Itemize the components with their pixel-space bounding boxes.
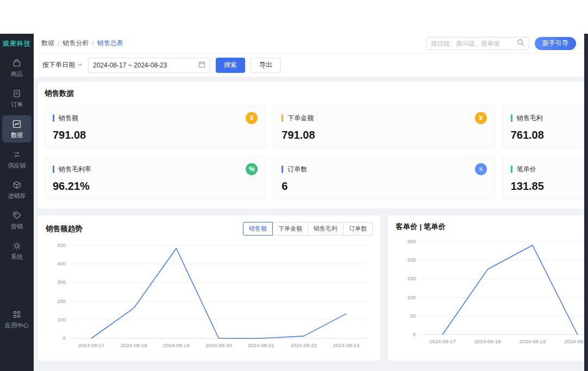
search-button[interactable]: 搜索 bbox=[216, 58, 245, 73]
breadcrumb-current: 销售总表 bbox=[97, 39, 123, 48]
svg-text:300: 300 bbox=[57, 279, 66, 285]
stat-label: 笔单价 bbox=[517, 165, 536, 174]
trend-tab[interactable]: 销售毛利 bbox=[308, 222, 343, 236]
svg-text:100: 100 bbox=[57, 317, 66, 323]
sidebar-item-label: 系统 bbox=[11, 253, 23, 261]
percent-icon: % bbox=[246, 163, 258, 175]
sales-trend-chart: 01002003004005002024-08-172024-08-182024… bbox=[46, 240, 373, 353]
export-button[interactable]: 导出 bbox=[251, 58, 281, 73]
svg-text:2024-08-22: 2024-08-22 bbox=[290, 342, 317, 348]
stat-tiles: 销售额 ¥ 791.08 下单金额 ¥ 791.08 bbox=[45, 105, 588, 200]
sidebar-item-label: 订单 bbox=[11, 101, 23, 109]
svg-text:0: 0 bbox=[413, 331, 416, 337]
trend-tab[interactable]: 订单数 bbox=[343, 222, 373, 236]
unit-price-chart: 0501001502002502024-08-172024-08-182024-… bbox=[396, 236, 588, 349]
sidebar: 观麦科技 商品 订单 数据 供应链 进销存 营销 系统 应用中心 bbox=[0, 34, 34, 371]
stat-label: 销售毛利率 bbox=[59, 165, 91, 174]
app-logo: 观麦科技 bbox=[2, 34, 32, 53]
svg-text:0: 0 bbox=[63, 335, 66, 341]
stat-tile: 订单数 ≡ 6 bbox=[273, 156, 495, 200]
svg-text:400: 400 bbox=[57, 261, 66, 267]
stat-tile: 笔单价 ¥ 131.85 bbox=[503, 156, 588, 200]
calendar-icon[interactable] bbox=[198, 61, 205, 70]
stat-value: 6 bbox=[282, 180, 486, 193]
svg-text:2024-08-19: 2024-08-19 bbox=[163, 342, 190, 348]
svg-text:150: 150 bbox=[407, 275, 416, 281]
sidebar-item-label: 应用中心 bbox=[5, 321, 29, 330]
svg-text:2024-08-17: 2024-08-17 bbox=[78, 342, 105, 348]
svg-text:100: 100 bbox=[407, 294, 416, 300]
sidebar-item[interactable]: 数据 bbox=[2, 115, 32, 143]
stat-value: 131.85 bbox=[511, 180, 588, 193]
sidebar-item-label: 进销存 bbox=[8, 192, 26, 200]
svg-text:2024-08-23: 2024-08-23 bbox=[333, 342, 360, 348]
chevron-down-icon bbox=[77, 61, 83, 69]
svg-text:2024-08-18: 2024-08-18 bbox=[474, 338, 501, 344]
accent-bar bbox=[282, 114, 283, 122]
svg-text:2024-08-17: 2024-08-17 bbox=[429, 338, 456, 344]
search-icon[interactable] bbox=[517, 39, 524, 48]
main-content: 销售数据 销售额 ¥ 791.08 下单金额 ¥ 7 bbox=[34, 77, 588, 371]
sidebar-item-label: 营销 bbox=[11, 222, 23, 231]
sidebar-item[interactable]: 营销 bbox=[2, 207, 32, 234]
app-center-icon bbox=[12, 310, 22, 319]
stat-tile: 销售额 ¥ 791.08 bbox=[45, 105, 266, 149]
search-input[interactable] bbox=[431, 40, 517, 47]
sidebar-item[interactable]: 订单 bbox=[2, 85, 32, 112]
svg-text:2024-08-21: 2024-08-21 bbox=[248, 342, 274, 348]
inventory-icon bbox=[12, 180, 22, 190]
svg-text:2024-08-20: 2024-08-20 bbox=[205, 342, 232, 348]
date-range-input[interactable] bbox=[93, 61, 195, 69]
sales-trend-title: 销售额趋势 bbox=[46, 224, 83, 234]
breadcrumb-item[interactable]: 销售分析 bbox=[62, 39, 89, 48]
accent-bar bbox=[511, 114, 512, 122]
stat-label: 订单数 bbox=[287, 165, 307, 174]
sidebar-item-label: 供应链 bbox=[8, 162, 26, 170]
supply-chain-icon bbox=[12, 150, 22, 159]
order-count-icon: ≡ bbox=[475, 163, 487, 175]
trend-metric-tabs: 销售额 下单金额 销售毛利 订单数 bbox=[243, 222, 373, 236]
trend-tab[interactable]: 销售额 bbox=[243, 222, 273, 236]
system-icon bbox=[12, 241, 22, 251]
svg-text:50: 50 bbox=[410, 313, 416, 319]
global-search[interactable] bbox=[426, 37, 529, 50]
date-type-dropdown[interactable]: 按下单日期 bbox=[42, 60, 83, 70]
sidebar-item-label: 数据 bbox=[11, 131, 23, 139]
accent-bar bbox=[53, 114, 54, 122]
filter-bar: 按下单日期 搜索 导出 bbox=[34, 53, 588, 77]
stat-label: 下单金额 bbox=[287, 114, 314, 123]
trend-tab[interactable]: 下单金额 bbox=[272, 222, 308, 236]
breadcrumb-item[interactable]: 数据 bbox=[41, 39, 54, 48]
data-icon bbox=[12, 119, 22, 129]
svg-text:250: 250 bbox=[407, 238, 416, 244]
date-type-label: 按下单日期 bbox=[42, 60, 75, 70]
new-user-guide-button[interactable]: 新手引导 bbox=[535, 37, 576, 50]
stat-tile: 下单金额 ¥ 791.08 bbox=[273, 105, 495, 149]
stat-value: 96.21% bbox=[53, 180, 258, 193]
window-edge-strip bbox=[584, 34, 588, 371]
sidebar-item[interactable]: 系统 bbox=[2, 237, 32, 264]
sales-data-card: 销售数据 销售额 ¥ 791.08 下单金额 ¥ 7 bbox=[38, 82, 588, 208]
breadcrumb-separator: / bbox=[92, 40, 93, 47]
svg-text:500: 500 bbox=[57, 242, 66, 248]
stat-value: 791.08 bbox=[53, 129, 258, 141]
unit-price-title: 客单价 | 笔单价 bbox=[396, 222, 446, 232]
sidebar-item-app-center[interactable]: 应用中心 bbox=[2, 306, 32, 333]
stat-label: 销售毛利 bbox=[517, 114, 543, 123]
stat-value: 761.08 bbox=[511, 129, 588, 141]
accent-bar bbox=[511, 165, 512, 173]
sidebar-item[interactable]: 商品 bbox=[2, 54, 32, 82]
sidebar-item-label: 商品 bbox=[11, 70, 23, 78]
order-amount-icon: ¥ bbox=[475, 112, 487, 124]
stat-tile: 销售毛利 ¥ 761.08 bbox=[503, 105, 588, 149]
date-range-picker[interactable] bbox=[88, 58, 210, 73]
sidebar-item[interactable]: 供应链 bbox=[2, 146, 32, 173]
sales-data-title: 销售数据 bbox=[45, 89, 588, 98]
svg-text:2024-08-18: 2024-08-18 bbox=[121, 342, 147, 348]
svg-text:2024-08-19: 2024-08-19 bbox=[520, 338, 546, 344]
sidebar-item[interactable]: 进销存 bbox=[2, 176, 32, 203]
stat-label: 销售额 bbox=[59, 114, 78, 123]
marketing-icon bbox=[12, 211, 22, 220]
svg-text:200: 200 bbox=[57, 298, 66, 304]
breadcrumb-separator: / bbox=[58, 40, 59, 47]
